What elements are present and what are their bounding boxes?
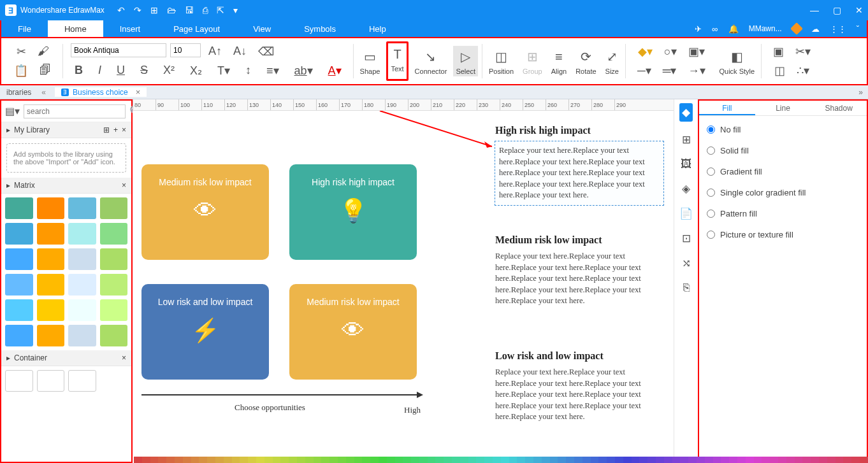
swatch[interactable] — [207, 457, 215, 463]
swatch[interactable] — [150, 457, 159, 463]
swatch[interactable] — [240, 457, 248, 463]
clear-format-icon[interactable]: ⌫ — [254, 43, 278, 60]
swatch[interactable] — [623, 457, 632, 463]
section-matrix[interactable]: ▸ Matrix × — [1, 178, 131, 194]
text-button[interactable]: TText — [386, 41, 408, 81]
swatch[interactable] — [827, 457, 835, 463]
textblock-medium[interactable]: Medium risk low impact Replace your text… — [495, 234, 663, 307]
swatch[interactable] — [770, 457, 778, 463]
swatch[interactable] — [134, 457, 142, 463]
swatch[interactable] — [802, 457, 811, 463]
fill-option[interactable]: Gradient fill — [707, 167, 859, 176]
swatch[interactable] — [370, 457, 379, 463]
swatch[interactable] — [166, 457, 175, 463]
swatch[interactable] — [289, 457, 297, 463]
thumbnail[interactable] — [68, 223, 96, 245]
underline-icon[interactable]: U — [113, 62, 129, 79]
swatch[interactable] — [533, 457, 542, 463]
swatch[interactable] — [713, 457, 721, 463]
tab-page-layout[interactable]: Page Layout — [157, 20, 236, 37]
bullets-icon[interactable]: ≡▾ — [263, 62, 283, 79]
apply-icon[interactable]: ▣ — [769, 43, 788, 60]
swatch[interactable] — [517, 457, 525, 463]
font-family-combo[interactable] — [71, 43, 166, 57]
swatch[interactable] — [835, 457, 844, 463]
new-icon[interactable]: ⊞ — [150, 5, 158, 15]
select-button[interactable]: ▷Select — [453, 46, 478, 76]
rotate-button[interactable]: ⟳Rotate — [573, 46, 598, 76]
swatch[interactable] — [860, 457, 868, 463]
spacing-icon[interactable]: ↕ — [242, 62, 255, 79]
export-icon[interactable]: ⇱ — [217, 5, 224, 15]
thumbnail[interactable] — [5, 370, 33, 392]
add-icon[interactable]: + — [113, 125, 118, 134]
swatch[interactable] — [264, 457, 273, 463]
group-button[interactable]: ⊞Group — [520, 46, 545, 76]
thumbnail[interactable] — [100, 223, 128, 245]
swatch[interactable] — [280, 457, 289, 463]
card-medium-low-2[interactable]: Medium risk low impact👁 — [289, 284, 417, 380]
thumbnail[interactable] — [5, 248, 33, 270]
swatch[interactable] — [688, 457, 697, 463]
swatch[interactable] — [729, 457, 737, 463]
textblock-high[interactable]: High risk high impact Replace your text … — [495, 125, 663, 205]
print-icon[interactable]: ⎙ — [203, 5, 208, 15]
swatch[interactable] — [632, 457, 640, 463]
italic-icon[interactable]: I — [94, 62, 105, 79]
swatch[interactable] — [435, 457, 444, 463]
swatch[interactable] — [338, 457, 346, 463]
swatch[interactable] — [811, 457, 819, 463]
swatch[interactable] — [452, 457, 460, 463]
send-icon[interactable]: ✈ — [695, 24, 702, 34]
swatch[interactable] — [754, 457, 762, 463]
swatch[interactable] — [314, 457, 322, 463]
swatch[interactable] — [672, 457, 681, 463]
thumbnail[interactable] — [5, 299, 33, 321]
thumbnail[interactable] — [100, 197, 128, 219]
swatch[interactable] — [460, 457, 468, 463]
fill-option[interactable]: Single color gradient fill — [707, 188, 859, 197]
thumbnail[interactable] — [68, 197, 96, 219]
tab-insert[interactable]: Insert — [103, 20, 157, 37]
vars-tool-icon[interactable]: ⊡ — [682, 232, 691, 245]
more-ops-icon[interactable]: ∴▾ — [793, 62, 813, 79]
swatch[interactable] — [215, 457, 224, 463]
cloud-icon[interactable]: ☁ — [811, 24, 820, 34]
swatch[interactable] — [737, 457, 746, 463]
bell-icon[interactable]: 🔔 — [728, 24, 739, 34]
thumbnail[interactable] — [37, 248, 65, 270]
image-tool-icon[interactable]: 🖼 — [681, 158, 691, 171]
swatch[interactable] — [574, 457, 582, 463]
shuffle-tool-icon[interactable]: ⤭ — [682, 257, 691, 270]
thumbnail[interactable] — [37, 370, 65, 392]
close-icon[interactable]: ✕ — [855, 5, 863, 15]
swatch[interactable] — [232, 457, 240, 463]
fill-option[interactable]: Picture or texture fill — [707, 230, 859, 239]
swatch[interactable] — [591, 457, 599, 463]
swatch[interactable] — [746, 457, 754, 463]
card-high-high[interactable]: High risk high impact💡 — [289, 164, 417, 260]
line-weight-icon[interactable]: ═▾ — [659, 62, 681, 79]
swatch[interactable] — [256, 457, 264, 463]
thumbnail[interactable] — [100, 274, 128, 296]
canvas[interactable]: Medium risk low impact👁 High risk high i… — [133, 111, 674, 463]
page-tool-icon[interactable]: 📄 — [679, 207, 693, 220]
fill-option[interactable]: No fill — [707, 125, 859, 134]
thumbnail[interactable] — [68, 325, 96, 346]
shrink-font-icon[interactable]: A↓ — [229, 43, 250, 60]
swatch[interactable] — [566, 457, 574, 463]
section-container[interactable]: ▸ Container × — [1, 350, 131, 366]
thumbnail[interactable] — [5, 325, 33, 346]
swatch[interactable] — [639, 457, 647, 463]
swatch[interactable] — [346, 457, 354, 463]
swatch[interactable] — [493, 457, 501, 463]
section-close-icon[interactable]: × — [122, 181, 126, 190]
text-effects-icon[interactable]: T▾ — [213, 62, 234, 79]
swatch[interactable] — [321, 457, 329, 463]
swatch[interactable] — [476, 457, 484, 463]
library-menu-icon[interactable]: ▤▾ — [5, 105, 20, 117]
tab-fill[interactable]: Fill — [699, 101, 755, 115]
grow-font-icon[interactable]: A↑ — [205, 43, 226, 60]
swatch[interactable] — [175, 457, 183, 463]
swatch[interactable] — [582, 457, 591, 463]
